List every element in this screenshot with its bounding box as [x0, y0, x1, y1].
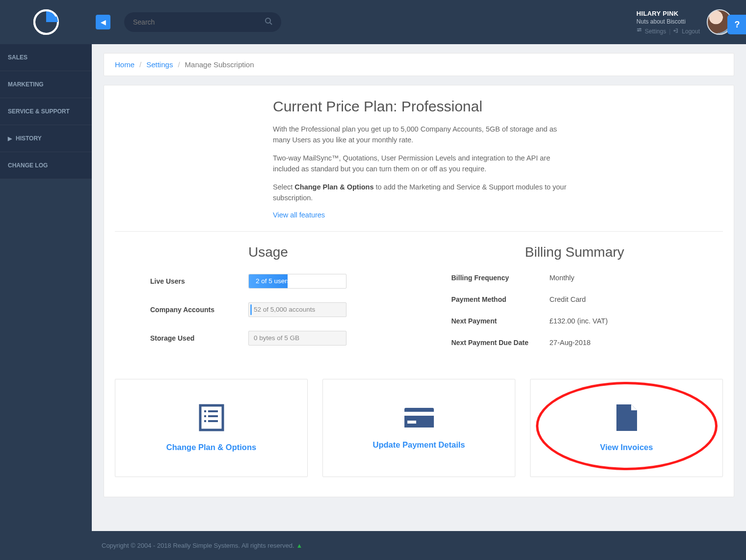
credit-card-icon: [403, 406, 435, 431]
search-box[interactable]: [124, 12, 281, 32]
live-users-label: Live Users: [150, 277, 248, 285]
chevron-right-icon: ▶: [8, 135, 12, 142]
plan-desc-1: With the Professional plan you get up to…: [273, 124, 572, 146]
live-users-meter: 2 of 5 users: [248, 274, 346, 289]
help-icon: ?: [735, 20, 740, 30]
search-input[interactable]: [133, 18, 265, 26]
accounts-label: Company Accounts: [150, 306, 248, 314]
user-company: Nuts about Biscotti: [637, 18, 700, 25]
payment-method-value: Credit Card: [550, 295, 586, 303]
view-invoices-card[interactable]: View Invoices: [530, 379, 723, 477]
view-all-features-link[interactable]: View all features: [273, 211, 325, 219]
svg-line-3: [270, 23, 272, 25]
plan-desc-2: Two-way MailSync™, Quotations, User Perm…: [273, 153, 572, 175]
next-payment-label: Next Payment: [452, 317, 550, 325]
svg-rect-12: [208, 415, 218, 417]
nav-marketing[interactable]: MARKETING: [0, 71, 92, 98]
view-invoices-label: View Invoices: [600, 443, 653, 452]
plan-desc-3: Select Change Plan & Options to add the …: [273, 182, 572, 204]
accounts-text: 52 of 5,000 accounts: [254, 306, 315, 313]
logo: [0, 0, 92, 44]
document-icon: [614, 403, 639, 434]
svg-rect-18: [407, 421, 416, 424]
svg-rect-13: [204, 420, 206, 422]
svg-point-7: [639, 28, 641, 30]
live-users-text: 2 of 5 users: [254, 277, 291, 285]
billing-frequency-value: Monthly: [550, 274, 575, 282]
payment-method-label: Payment Method: [452, 295, 550, 303]
search-icon: [265, 17, 272, 27]
svg-rect-9: [204, 410, 206, 412]
storage-text: 0 bytes of 5 GB: [254, 334, 299, 342]
usage-title: Usage: [150, 244, 422, 260]
accounts-meter: 52 of 5,000 accounts: [248, 302, 346, 317]
nav-service-support[interactable]: SERVICE & SUPPORT: [0, 98, 92, 125]
footer: Copyright © 2004 - 2018 Really Simple Sy…: [92, 531, 746, 560]
update-payment-label: Update Payment Details: [373, 440, 465, 450]
status-up-icon: ▲: [296, 542, 303, 549]
app-logo-icon: [32, 8, 60, 36]
user-block: HILARY PINK Nuts about Biscotti Settings…: [637, 9, 732, 35]
settings-link[interactable]: Settings: [645, 28, 666, 35]
user-name: HILARY PINK: [637, 10, 700, 17]
chevron-left-icon: ◀: [101, 18, 106, 26]
svg-rect-16: [404, 412, 434, 416]
breadcrumb-current: Manage Subscription: [185, 60, 254, 69]
svg-rect-14: [208, 420, 218, 422]
next-payment-due-label: Next Payment Due Date: [452, 339, 550, 347]
logout-icon: [673, 28, 679, 35]
storage-label: Storage Used: [150, 334, 248, 342]
update-payment-card[interactable]: Update Payment Details: [322, 379, 515, 477]
svg-rect-10: [208, 410, 218, 412]
billing-frequency-label: Billing Frequency: [452, 274, 550, 282]
svg-rect-8: [200, 405, 223, 430]
change-plan-card[interactable]: Change Plan & Options: [115, 379, 308, 477]
page-title: Current Price Plan: Professional: [273, 98, 723, 115]
next-payment-due-value: 27-Aug-2018: [550, 339, 591, 347]
storage-meter: 0 bytes of 5 GB: [248, 331, 346, 346]
logout-link[interactable]: Logout: [682, 28, 700, 35]
settings-icon: [637, 28, 642, 35]
svg-point-5: [638, 29, 639, 31]
collapse-sidebar-button[interactable]: ◀: [96, 15, 110, 29]
breadcrumb-home[interactable]: Home: [115, 60, 134, 69]
svg-rect-11: [204, 415, 206, 417]
svg-point-2: [266, 18, 270, 23]
topbar: ◀ HILARY PINK Nuts about Biscotti Settin…: [92, 0, 746, 44]
help-button[interactable]: ?: [727, 15, 746, 34]
nav-history[interactable]: ▶ HISTORY: [0, 125, 92, 152]
list-icon: [197, 403, 226, 434]
breadcrumb: Home / Settings / Manage Subscription: [104, 53, 734, 76]
billing-title: Billing Summary: [452, 244, 723, 260]
next-payment-value: £132.00 (inc. VAT): [550, 317, 608, 325]
change-plan-label: Change Plan & Options: [166, 443, 256, 452]
nav-sales[interactable]: SALES: [0, 44, 92, 71]
nav-change-log[interactable]: CHANGE LOG: [0, 152, 92, 179]
breadcrumb-settings[interactable]: Settings: [146, 60, 173, 69]
sidebar: SALES MARKETING SERVICE & SUPPORT ▶ HIST…: [0, 0, 92, 560]
